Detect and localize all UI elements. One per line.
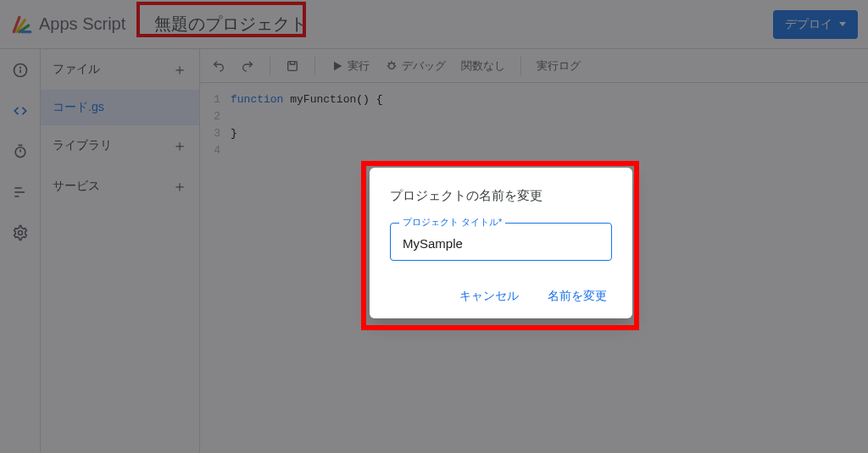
project-title-input[interactable]: [401, 235, 601, 251]
rename-button[interactable]: 名前を変更: [542, 288, 612, 305]
dialog-title: プロジェクトの名前を変更: [390, 188, 612, 204]
cancel-button[interactable]: キャンセル: [454, 288, 524, 305]
rename-dialog: プロジェクトの名前を変更 プロジェクト タイトル* キャンセル 名前を変更: [370, 168, 632, 318]
dialog-actions: キャンセル 名前を変更: [390, 288, 612, 305]
project-title-field[interactable]: プロジェクト タイトル*: [390, 223, 612, 261]
project-title-field-label: プロジェクト タイトル*: [399, 216, 505, 229]
